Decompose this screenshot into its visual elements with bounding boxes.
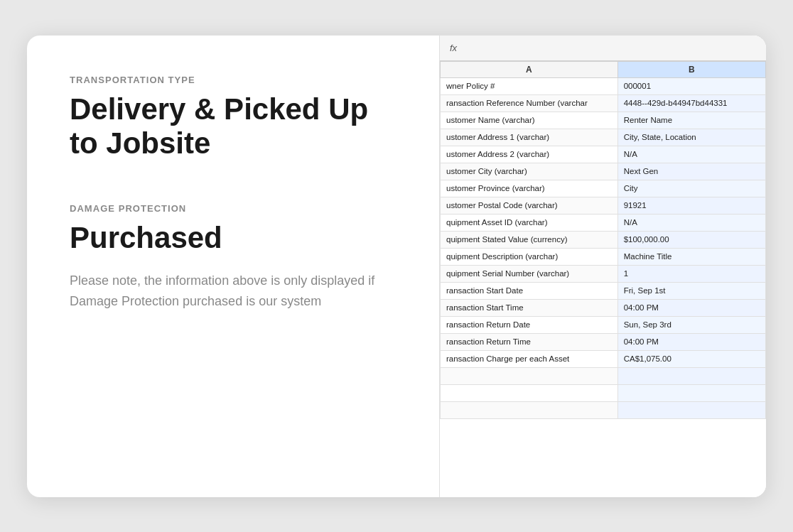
spreadsheet-toolbar: fx xyxy=(440,36,766,61)
table-row: quipment Stated Value (currency)$100,000… xyxy=(441,231,766,248)
cell-a: quipment Asset ID (varchar) xyxy=(441,214,618,231)
table-row: ustomer Address 2 (varchar)N/A xyxy=(441,146,766,163)
cell-a: ustomer Address 2 (varchar) xyxy=(441,146,618,163)
fx-label: fx xyxy=(450,43,457,53)
spreadsheet-table: A B wner Policy #000001ransaction Refere… xyxy=(440,61,766,419)
cell-a: ransaction Start Date xyxy=(441,282,618,299)
table-row xyxy=(441,367,766,384)
table-row: ransaction Return Time04:00 PM xyxy=(441,333,766,350)
table-row: ustomer Province (varchar)City xyxy=(441,180,766,197)
transportation-label: TRANSPORTATION TYPE xyxy=(70,75,396,85)
cell-b: CA$1,075.00 xyxy=(617,350,765,367)
transportation-section: TRANSPORTATION TYPE Delivery & Picked Up… xyxy=(70,75,396,197)
table-row: quipment Description (varchar)Machine Ti… xyxy=(441,248,766,265)
cell-b xyxy=(617,367,765,384)
table-row: ustomer City (varchar)Next Gen xyxy=(441,163,766,180)
table-row: ransaction Start DateFri, Sep 1st xyxy=(441,282,766,299)
table-row: ransaction Charge per each AssetCA$1,075… xyxy=(441,350,766,367)
table-row: ustomer Postal Code (varchar)91921 xyxy=(441,197,766,214)
spreadsheet-body[interactable]: A B wner Policy #000001ransaction Refere… xyxy=(440,61,766,497)
column-a-header: A xyxy=(441,61,618,77)
cell-b: Renter Name xyxy=(617,112,765,129)
cell-b: City xyxy=(617,180,765,197)
cell-a: ransaction Return Date xyxy=(441,316,618,333)
table-row: wner Policy #000001 xyxy=(441,77,766,94)
table-row: ransaction Start Time04:00 PM xyxy=(441,299,766,316)
cell-a: ustomer Address 1 (varchar) xyxy=(441,129,618,146)
cell-b xyxy=(617,384,765,401)
cell-a: ransaction Charge per each Asset xyxy=(441,350,618,367)
table-row: ustomer Name (varchar)Renter Name xyxy=(441,112,766,129)
cell-a: wner Policy # xyxy=(441,77,618,94)
transportation-value: Delivery & Picked Up to Jobsite xyxy=(70,92,396,161)
cell-a: ransaction Reference Number (varchar xyxy=(441,94,618,112)
damage-section: DAMAGE PROTECTION Purchased Please note,… xyxy=(70,203,396,312)
column-header-row: A B xyxy=(441,61,766,77)
table-row: quipment Asset ID (varchar)N/A xyxy=(441,214,766,231)
table-row: ransaction Return DateSun, Sep 3rd xyxy=(441,316,766,333)
cell-a xyxy=(441,401,618,418)
cell-b: Machine Title xyxy=(617,248,765,265)
cell-b: 91921 xyxy=(617,197,765,214)
cell-a: quipment Description (varchar) xyxy=(441,248,618,265)
table-row xyxy=(441,384,766,401)
damage-note: Please note, the information above is on… xyxy=(70,271,396,312)
left-panel: TRANSPORTATION TYPE Delivery & Picked Up… xyxy=(27,36,439,497)
damage-value: Purchased xyxy=(70,221,396,255)
cell-a: ustomer City (varchar) xyxy=(441,163,618,180)
cell-a xyxy=(441,367,618,384)
cell-b xyxy=(617,401,765,418)
cell-b: 04:00 PM xyxy=(617,299,765,316)
table-row xyxy=(441,401,766,418)
cell-b: 4448--429d-b44947bd44331 xyxy=(617,94,765,112)
cell-b: Next Gen xyxy=(617,163,765,180)
cell-a xyxy=(441,384,618,401)
main-container: TRANSPORTATION TYPE Delivery & Picked Up… xyxy=(27,36,766,497)
cell-b: City, State, Location xyxy=(617,129,765,146)
damage-label: DAMAGE PROTECTION xyxy=(70,203,396,214)
table-row: quipment Serial Number (varchar)1 xyxy=(441,265,766,282)
cell-b: 1 xyxy=(617,265,765,282)
cell-a: quipment Serial Number (varchar) xyxy=(441,265,618,282)
cell-b: Sun, Sep 3rd xyxy=(617,316,765,333)
cell-b: 04:00 PM xyxy=(617,333,765,350)
cell-a: ustomer Postal Code (varchar) xyxy=(441,197,618,214)
cell-a: ransaction Start Time xyxy=(441,299,618,316)
right-panel: fx A B wner Policy #000001ransaction Ref… xyxy=(439,36,766,497)
cell-a: ransaction Return Time xyxy=(441,333,618,350)
cell-b: N/A xyxy=(617,214,765,231)
cell-b: Fri, Sep 1st xyxy=(617,282,765,299)
table-row: ustomer Address 1 (varchar)City, State, … xyxy=(441,129,766,146)
cell-a: quipment Stated Value (currency) xyxy=(441,231,618,248)
cell-b: $100,000.00 xyxy=(617,231,765,248)
column-b-header: B xyxy=(617,61,765,77)
table-row: ransaction Reference Number (varchar4448… xyxy=(441,94,766,112)
cell-b: N/A xyxy=(617,146,765,163)
cell-a: ustomer Name (varchar) xyxy=(441,112,618,129)
cell-a: ustomer Province (varchar) xyxy=(441,180,618,197)
cell-b: 000001 xyxy=(617,77,765,94)
